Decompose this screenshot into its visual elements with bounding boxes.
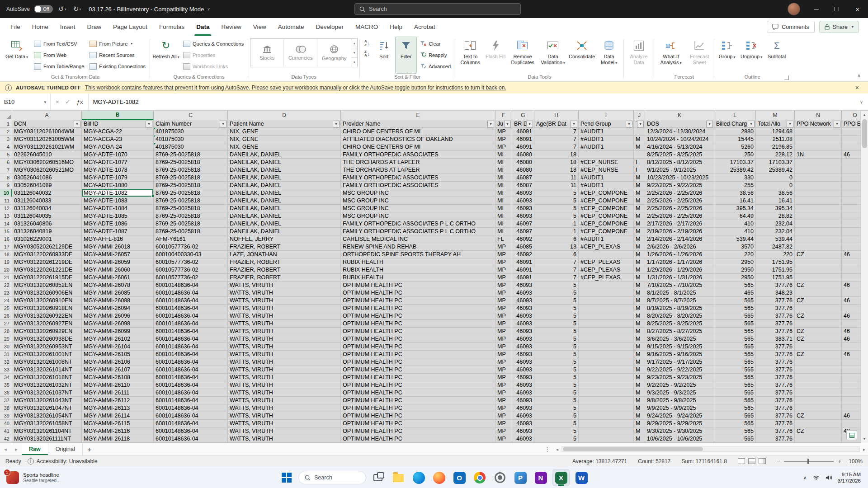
flash-fill-button[interactable]: Flash Fill [484,37,507,74]
cell-L35[interactable]: 565 [714,381,756,389]
cell-L29[interactable]: 565 [714,335,756,343]
cell-C36[interactable]: 60010148636-04 [154,389,228,397]
cell-N17[interactable] [795,243,842,251]
cell-H32[interactable]: 5 [534,358,579,366]
cell-E26[interactable]: OPTIMUM HEALTH PC [341,312,495,320]
cell-E20[interactable]: RUBIX HEALTH [341,266,495,274]
cell-A4[interactable]: MGY031120261021WM [12,143,82,151]
cell-H18[interactable]: 6 [534,251,579,258]
filter-dropdown-button[interactable]: ▾ [487,121,494,127]
group-button[interactable]: Group▾ [716,37,738,74]
cell-K34[interactable]: 9/23/2025 - 9/23/2025 [645,374,714,381]
cell-N22[interactable]: CZ [795,282,842,289]
cell-I26[interactable] [579,312,634,320]
cell-H7[interactable]: 18 [534,166,579,174]
cell-M28[interactable]: 377.76 [756,328,795,335]
cell-H33[interactable]: 5 [534,366,579,374]
cell-L7[interactable]: 25389.42 [714,166,756,174]
cell-G12[interactable]: 46093 [512,205,534,212]
cell-A7[interactable]: MGY030620260521MO [12,166,82,174]
row-header-38[interactable]: 38 [0,404,12,412]
cell-B32[interactable]: MGY-AMMI-26106 [82,358,154,366]
cell-L31[interactable]: 565 [714,351,756,358]
cell-H29[interactable]: 5 [534,335,579,343]
cell-E14[interactable]: FAMILY ORTHOPEDIC ASSOCIATES P L C ORTHO [341,220,495,228]
network-icon[interactable] [813,475,820,480]
cell-I27[interactable] [579,320,634,328]
cell-B4[interactable]: MGY-ACGA-24 [82,143,154,151]
cell-I17[interactable]: #CEP_PLEXAS [579,243,634,251]
cell-J35[interactable]: M [634,381,645,389]
cell-G29[interactable]: 46093 [512,335,534,343]
cell-N24[interactable]: CZ [795,297,842,305]
cell-A34[interactable]: MGY031320261018NT [12,374,82,381]
cell-D25[interactable]: WATTS, VIRUTH [228,305,341,312]
cell-J32[interactable]: M [634,358,645,366]
cell-E5[interactable]: FAMILY ORTHOPEDIC ASSOCIATES [341,151,495,159]
cell-I3[interactable]: #AUDIT1 [579,136,634,143]
cell-E15[interactable]: FAMILY ORTHOPEDIC ASSOCIATES P L C ORTHO [341,228,495,235]
cell-A19[interactable]: MGY031220261219DE [12,258,82,266]
cell-F5[interactable]: MI [495,151,512,159]
cell-F4[interactable]: MP [495,143,512,151]
cell-A10[interactable]: 031126040032 [12,189,82,197]
cell-M23[interactable]: 348.23 [756,289,795,297]
row-header-33[interactable]: 33 [0,366,12,374]
from-table-range-button[interactable]: From Table/Range [32,61,86,72]
data-model-button[interactable]: Data Model▾ [596,37,622,74]
cell-K40[interactable]: 9/29/2025 - 9/29/2025 [645,420,714,427]
cell-J25[interactable]: M [634,305,645,312]
cell-C21[interactable]: 60010577736-02 [154,274,228,282]
cell-H30[interactable]: 5 [534,343,579,351]
cell-J40[interactable]: M [634,420,645,427]
cell-E36[interactable]: OPTIMUM HEALTH PC [341,389,495,397]
cell-N37[interactable] [795,397,842,404]
cell-M3[interactable]: 2511.08 [756,136,795,143]
cell-G33[interactable]: 46093 [512,366,534,374]
cell-A20[interactable]: MGY031220261221DE [12,266,82,274]
ribbon-tab-home[interactable]: Home [26,18,54,36]
field-header-E1[interactable]: Provider Name▾ [341,120,495,128]
edge-button[interactable] [410,469,427,486]
cell-B14[interactable]: MGY-ADTE-1086 [82,220,154,228]
field-header-K1[interactable]: DOS▾ [645,120,714,128]
cell-G16[interactable]: 46092 [512,235,534,243]
cell-B2[interactable]: MGY-ACGA-22 [82,128,154,136]
cell-I15[interactable]: #CEP_COMPONE [579,228,634,235]
cell-G7[interactable]: 46080 [512,166,534,174]
field-header-G1[interactable]: BR Da▾ [512,120,534,128]
ribbon-tab-insert[interactable]: Insert [54,18,81,36]
cell-L8[interactable]: 330 [714,174,756,182]
cell-A36[interactable]: MGY031320261037NT [12,389,82,397]
accessibility-status[interactable]: i Accessibility: Unavailable [28,458,98,465]
column-header-M[interactable]: M [756,111,795,120]
cell-F25[interactable]: MP [495,305,512,312]
cell-D14[interactable]: DANEILAK, DANIEL [228,220,341,228]
cell-B9[interactable]: MGY-ADTE-1080 [82,182,154,189]
cell-L4[interactable]: 5260 [714,143,756,151]
formula-input[interactable]: MGY-ADTE-1082 [89,99,855,105]
cell-B7[interactable]: MGY-ADTE-1078 [82,166,154,174]
sort-ascending-button[interactable]: AZ↓ [362,38,373,48]
cell-C5[interactable]: 8769-25-0025818 [154,151,228,159]
photos-button[interactable]: P [512,469,529,486]
cell-N4[interactable] [795,143,842,151]
cell-E38[interactable]: OPTIMUM HEALTH PC [341,404,495,412]
zoom-slider-thumb[interactable] [807,459,809,464]
cell-H12[interactable]: 5 [534,205,579,212]
notice-close-button[interactable]: × [851,84,863,91]
cell-H40[interactable]: 5 [534,420,579,427]
queries-connections-button[interactable]: Queries & Connections [181,38,246,49]
cell-N8[interactable] [795,174,842,182]
cell-A22[interactable]: MGY031320260852EN [12,282,82,289]
cell-N14[interactable] [795,220,842,228]
cell-L42[interactable]: 565 [714,435,756,443]
ungroup-button[interactable]: Ungroup▾ [739,37,764,74]
field-header-A1[interactable]: DCN▾ [12,120,82,128]
fill-handle[interactable] [151,195,154,197]
cell-C17[interactable]: 60010577736-02 [154,243,228,251]
cell-G22[interactable]: 46093 [512,282,534,289]
cell-D27[interactable]: WATTS, VIRUTH [228,320,341,328]
cell-B37[interactable]: MGY-AMMI-26112 [82,397,154,404]
row-header-30[interactable]: 30 [0,343,12,351]
